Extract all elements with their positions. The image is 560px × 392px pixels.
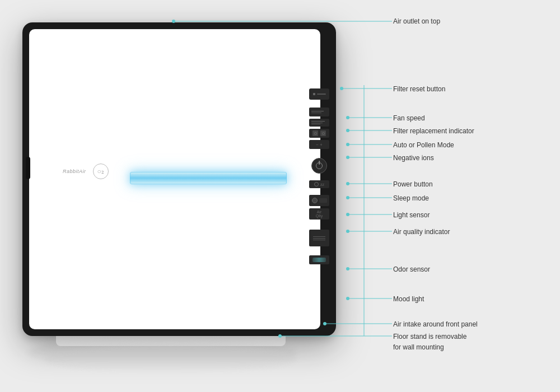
negative-ions-control[interactable]: − + xyxy=(309,140,329,149)
ann-label-light-sensor: Light sensor xyxy=(393,209,430,220)
filter-replacement-control xyxy=(309,119,329,127)
ann-label-floor-stand: Floor stand is removablefor wall mountin… xyxy=(393,331,466,352)
auto-pollen-control[interactable] xyxy=(309,129,329,138)
filter-reset-control[interactable] xyxy=(309,88,329,100)
power-button-control[interactable] xyxy=(311,158,327,174)
ann-label-power-button: Power button xyxy=(393,179,433,189)
ann-label-negative-ions: Negative ions xyxy=(393,152,434,162)
floor-reflection-sub xyxy=(45,345,297,373)
ann-label-filter-reset: Filter reset button xyxy=(393,83,445,94)
ann-label-air-quality: Air quality indicator xyxy=(393,226,450,236)
scene: RabbitAir ○₂ xyxy=(0,0,560,392)
control-panel: − + zz xyxy=(302,22,336,336)
device-front-panel: RabbitAir ○₂ xyxy=(29,29,320,329)
mood-light-bar xyxy=(130,172,287,184)
sleep-mode-control[interactable]: zz xyxy=(309,180,329,188)
light-sensor-control xyxy=(309,195,329,206)
o2-icon: ○₂ xyxy=(93,164,109,179)
device-wrapper: RabbitAir ○₂ xyxy=(22,22,347,347)
ann-label-air-outlet: Air outlet on top xyxy=(393,16,440,26)
ann-label-sleep-mode: Sleep mode xyxy=(393,193,429,203)
logo-area: RabbitAir ○₂ xyxy=(63,164,109,179)
ann-label-auto-pollen: Auto or Pollen Mode xyxy=(393,139,454,150)
fan-speed-control[interactable] xyxy=(309,108,329,116)
ann-label-fan-speed: Fan speed xyxy=(393,113,425,123)
left-handle xyxy=(26,157,30,179)
air-quality-control: AirQlty xyxy=(309,208,329,220)
air-purifier-device: RabbitAir ○₂ xyxy=(22,22,336,336)
ann-label-air-intake: Air intake around front panel xyxy=(393,319,478,329)
ann-label-odor-sensor: Odor sensor xyxy=(393,264,430,274)
mood-light-control[interactable] xyxy=(309,255,329,264)
ann-label-filter-replacement: Filter replacement indicator xyxy=(393,125,474,136)
odor-sensor-control xyxy=(309,230,329,246)
ann-label-mood-light: Mood light xyxy=(393,293,424,304)
rabbit-logo: RabbitAir xyxy=(63,169,86,174)
